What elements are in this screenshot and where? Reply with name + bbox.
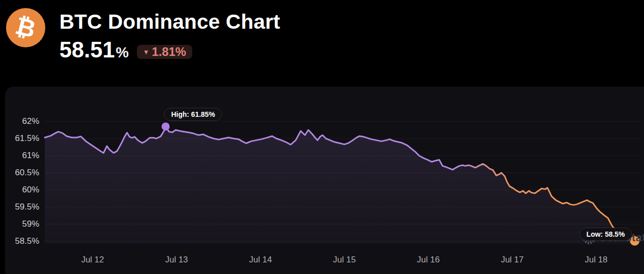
btc-dominance-page: ₿ BTC Dominance Chart 58.51% ▼ 1.81% 62%… (0, 0, 644, 274)
bitcoin-logo-icon: ₿ (6, 8, 45, 47)
x-axis-label: Jul 16 (406, 255, 451, 265)
x-axis-label: Jul 13 (154, 255, 199, 265)
page-title: BTC Dominance Chart (59, 10, 280, 34)
x-axis-label: Jul 17 (490, 255, 535, 265)
y-axis-label: 58.5% (0, 236, 39, 246)
y-axis-label: 61% (0, 151, 39, 161)
x-axis-label: Jul 18 (574, 255, 619, 265)
y-axis-label: 62% (0, 116, 39, 126)
y-axis-label: 59% (0, 219, 39, 229)
change-badge: ▼ 1.81% (137, 45, 192, 59)
bitcoin-glyph: ₿ (13, 14, 38, 42)
x-axis-label: Jul 15 (321, 255, 367, 265)
y-axis-label: 61.5% (0, 133, 39, 144)
x-axis-label: Jul 12 (70, 255, 115, 265)
y-axis-label: 60.5% (0, 168, 39, 178)
dominance-value: 58.51% (59, 41, 129, 59)
triangle-down-icon: ▼ (143, 49, 149, 55)
y-axis-label: 59.5% (0, 202, 39, 212)
change-value: 1.81% (152, 45, 186, 59)
y-axis-label: 60% (0, 185, 39, 195)
dominance-value-number: 58.51 (59, 37, 115, 62)
percent-sign: % (116, 44, 129, 60)
x-axis-label: Jul 14 (238, 255, 283, 265)
low-tooltip: Low: 58.5% (580, 228, 632, 241)
chart-plot-area[interactable] (44, 96, 640, 247)
dominance-value-row: 58.51% ▼ 1.81% (59, 39, 192, 59)
high-tooltip: High: 61.85% (164, 108, 222, 121)
